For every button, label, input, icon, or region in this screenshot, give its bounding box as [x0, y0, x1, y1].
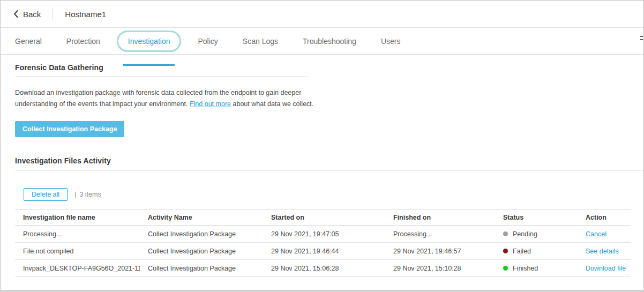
- active-tab-underline: [123, 64, 175, 66]
- activity-section-rule: [15, 170, 644, 170]
- investigation-files-table: Investigation file name Activity Name St…: [15, 209, 631, 277]
- cell-activity-name: Collect Investigation Package: [140, 265, 263, 272]
- chevron-left-icon: [13, 10, 19, 18]
- cell-finished-on: 29 Nov 2021, 15:10:28: [385, 265, 495, 272]
- cell-status: Failed: [495, 248, 578, 255]
- status-dot-failed: [503, 249, 508, 253]
- activity-section: Investigation Files Activity Delete all …: [15, 156, 643, 277]
- main-content: Forensic Data Gathering Download an inve…: [1, 55, 643, 277]
- status-label: Finished: [513, 265, 538, 272]
- cancel-link[interactable]: Cancel: [586, 230, 606, 238]
- tab-policy[interactable]: Policy: [185, 37, 230, 46]
- col-header-started-on: Started on: [263, 214, 385, 221]
- table-row: Processing... Collect Investigation Pack…: [15, 226, 631, 243]
- activity-section-title: Investigation Files Activity: [15, 156, 643, 165]
- page-title: Hostname1: [65, 10, 106, 19]
- cell-started-on: 29 Nov 2021, 19:46:44: [263, 248, 385, 255]
- cell-file-name: Processing...: [15, 230, 140, 238]
- forensic-description: Download an investigation package with f…: [15, 87, 319, 109]
- cell-started-on: 29 Nov 2021, 19:47:05: [263, 230, 385, 238]
- forensic-section-rule: [15, 77, 309, 77]
- cell-file-name: File not compiled: [15, 248, 140, 255]
- tab-protection[interactable]: Protection: [54, 37, 113, 46]
- col-header-activity-name: Activity Name: [140, 214, 263, 221]
- see-details-link[interactable]: See details: [586, 248, 619, 255]
- status-dot-finished: [503, 266, 508, 271]
- items-count: 3 items: [79, 191, 101, 198]
- forensic-section: Forensic Data Gathering Download an inve…: [15, 63, 643, 137]
- cell-finished-on: 29 Nov 2021, 19:46:57: [385, 248, 495, 255]
- header-divider: [53, 8, 53, 20]
- cell-activity-name: Collect Investigation Package: [140, 230, 263, 238]
- tab-bar: General Protection Investigation Policy …: [1, 28, 643, 55]
- download-file-link[interactable]: Download file: [586, 265, 626, 272]
- status-label: Pending: [513, 230, 537, 238]
- tab-investigation[interactable]: Investigation: [113, 31, 186, 52]
- collect-investigation-package-button[interactable]: Collect Investigation Package: [15, 121, 124, 137]
- col-header-finished-on: Finished on: [385, 214, 495, 221]
- status-dot-pending: [503, 231, 508, 236]
- table-header-row: Investigation file name Activity Name St…: [15, 209, 631, 226]
- endpoint-details-page: Back Hostname1 General Protection Invest…: [0, 0, 644, 292]
- status-label: Failed: [513, 248, 531, 255]
- col-header-file-name: Investigation file name: [15, 214, 140, 221]
- tab-general[interactable]: General: [15, 37, 54, 46]
- delete-all-button[interactable]: Delete all: [24, 188, 68, 201]
- cell-activity-name: Collect Investigation Package: [140, 248, 263, 255]
- cell-started-on: 29 Nov 2021, 15:06:28: [263, 265, 385, 272]
- list-toolbar: Delete all | 3 items: [24, 188, 643, 201]
- find-out-more-link[interactable]: Find out more: [190, 100, 231, 108]
- description-text-after: about what data we collect.: [231, 100, 313, 108]
- back-button[interactable]: Back: [13, 10, 41, 19]
- tab-investigation-label: Investigation: [128, 37, 170, 46]
- count-separator: |: [74, 191, 76, 198]
- back-label: Back: [23, 10, 41, 19]
- top-bar: Back Hostname1: [1, 1, 643, 28]
- tab-scan-logs[interactable]: Scan Logs: [230, 37, 290, 46]
- forensic-section-title: Forensic Data Gathering: [15, 63, 643, 72]
- col-header-action: Action: [578, 214, 631, 221]
- cell-file-name: Invpack_DESKTOP-FA9G56O_2021-11.: [15, 265, 140, 272]
- tab-users[interactable]: Users: [369, 37, 413, 46]
- col-header-status: Status: [495, 214, 578, 221]
- cell-status: Finished: [495, 265, 578, 272]
- table-row: File not compiled Collect Investigation …: [15, 243, 631, 260]
- table-row: Invpack_DESKTOP-FA9G56O_2021-11. Collect…: [15, 260, 631, 277]
- cell-status: Pending: [495, 230, 578, 238]
- active-tab-pill: Investigation: [117, 31, 182, 52]
- cell-finished-on: Processing...: [385, 230, 495, 238]
- overflow-menu-icon[interactable]: [640, 36, 643, 40]
- tab-troubleshooting[interactable]: Troubleshooting: [290, 37, 369, 46]
